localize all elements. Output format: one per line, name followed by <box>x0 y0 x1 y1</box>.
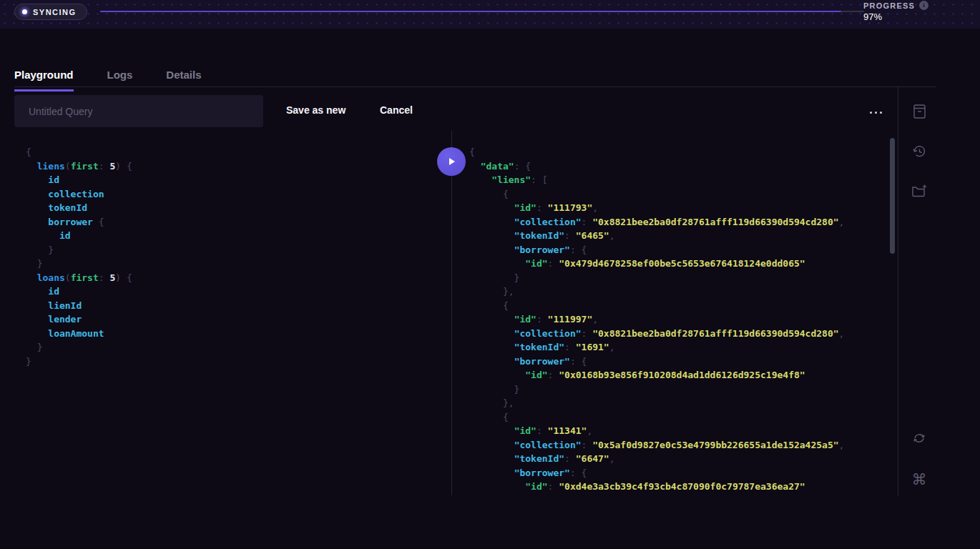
play-icon <box>446 156 457 167</box>
code-line: } <box>26 243 451 257</box>
folder-add-icon <box>911 183 928 199</box>
code-line: id <box>26 229 451 243</box>
code-line: } <box>26 340 451 355</box>
syncing-badge: SYNCING <box>14 4 87 20</box>
docs-button[interactable] <box>908 101 930 122</box>
sync-status-label: SYNCING <box>33 8 77 16</box>
code-line: "id": "0x0168b93e856f910208d4ad1dd6126d9… <box>469 368 890 382</box>
view-tabs: PlaygroundLogsDetails <box>14 69 202 92</box>
code-line: "id": "0xd4e3a3cb39c4f93cb4c87090f0c7978… <box>469 480 890 494</box>
code-line: "id": "11341", <box>469 424 890 438</box>
cancel-button[interactable]: Cancel <box>380 104 413 116</box>
response-scrollbar-thumb[interactable] <box>890 138 895 254</box>
code-line: }, <box>469 396 890 410</box>
code-line: { <box>469 187 890 202</box>
code-line: "collection": "0x8821bee2ba0df28761afff1… <box>469 327 890 341</box>
code-line: "tokenId": "6647", <box>469 452 890 466</box>
ellipsis-icon <box>870 112 872 114</box>
rail-divider <box>898 86 898 495</box>
top-status-bar: SYNCING PROGRESS i 97% <box>0 0 980 29</box>
code-line: id <box>26 173 451 187</box>
tabs-separator <box>14 86 936 87</box>
history-button[interactable] <box>908 141 930 162</box>
refresh-icon <box>911 430 928 447</box>
code-line: liens(first: 5) { <box>26 159 451 174</box>
query-name-input[interactable] <box>14 95 263 127</box>
code-line: "liens": [ <box>469 173 890 187</box>
code-line: "id": "111793", <box>469 201 890 215</box>
save-as-new-button[interactable]: Save as new <box>286 104 346 116</box>
docs-icon <box>911 103 927 120</box>
code-line: collection <box>26 187 451 202</box>
history-icon <box>911 143 928 160</box>
code-line: "borrower": { <box>469 243 890 257</box>
code-line: } <box>26 355 451 369</box>
code-line: "data": { <box>469 159 890 174</box>
code-line: "collection": "0x8821bee2ba0df28761afff1… <box>469 215 890 229</box>
query-editor[interactable]: { liens(first: 5) { id collection tokenI… <box>14 131 451 495</box>
shortcuts-button[interactable]: ⌘ <box>908 468 930 490</box>
code-line: loans(first: 5) { <box>26 271 451 285</box>
ellipsis-icon <box>880 112 882 114</box>
sync-status-dot-icon <box>22 9 27 14</box>
code-line: "id": "0x479d4678258ef00be5c5653e6764181… <box>469 257 890 271</box>
code-line: { <box>26 145 451 159</box>
code-line: "borrower": { <box>469 355 890 369</box>
progress-label: PROGRESS <box>863 1 915 10</box>
code-line: { <box>469 410 890 425</box>
code-line: id <box>26 285 451 299</box>
response-viewer: { "data": { "liens": [ { "id": "111793",… <box>452 131 890 495</box>
command-icon: ⌘ <box>912 472 927 487</box>
tab-logs[interactable]: Logs <box>107 69 133 92</box>
code-line: borrower { <box>26 215 451 229</box>
code-line: } <box>469 382 890 397</box>
code-line: loanAmount <box>26 327 451 341</box>
ellipsis-icon <box>875 112 877 114</box>
tab-details[interactable]: Details <box>166 69 201 92</box>
code-line: "tokenId": "1691", <box>469 340 890 355</box>
code-line: { <box>469 145 890 159</box>
code-line: } <box>469 271 890 285</box>
code-line: "collection": "0x5af0d9827e0c53e4799bb22… <box>469 438 890 452</box>
code-line: "borrower": { <box>469 466 890 480</box>
collections-button[interactable] <box>908 180 930 202</box>
code-line: "tokenId": "6465", <box>469 229 890 243</box>
refresh-button[interactable] <box>908 427 930 449</box>
code-line: "id": "111997", <box>469 312 890 327</box>
code-line: } <box>26 257 451 271</box>
code-line: lender <box>26 312 451 327</box>
code-line: lienId <box>26 299 451 313</box>
progress-readout: PROGRESS i 97% <box>863 1 928 22</box>
tab-playground[interactable]: Playground <box>14 69 74 92</box>
sync-progress-fill <box>100 11 841 12</box>
sync-progress-bar <box>100 11 864 12</box>
code-line: tokenId <box>26 201 451 215</box>
more-options-button[interactable] <box>866 107 886 117</box>
progress-value: 97% <box>863 11 928 22</box>
code-line: { <box>469 299 890 313</box>
code-line: }, <box>469 285 890 299</box>
info-icon[interactable]: i <box>919 1 928 10</box>
run-query-button[interactable] <box>437 147 466 176</box>
